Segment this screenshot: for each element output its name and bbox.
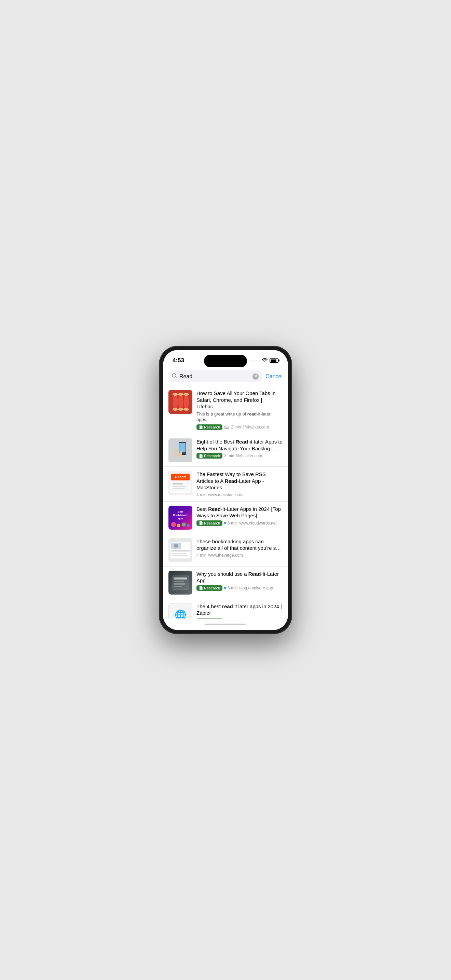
svg-point-27	[171, 522, 176, 527]
list-item[interactable]: Why you should use a Read-It-Later App 📄…	[163, 566, 288, 599]
svg-line-1	[176, 377, 177, 378]
result-thumbnail	[168, 390, 192, 414]
status-icons	[250, 358, 278, 363]
phone-screen: 4:53	[163, 350, 288, 630]
reading-time: 6 min	[227, 521, 237, 525]
list-item[interactable]: How to Save All Your Open Tabs in Safari…	[163, 386, 288, 434]
result-meta: 4 min www.macstories.net	[197, 492, 283, 497]
search-bar-container: ✕ Cancel	[163, 369, 288, 386]
tag-doc-icon: 📄	[199, 586, 203, 590]
search-icon	[172, 373, 177, 380]
tag-label: Research	[204, 521, 220, 525]
svg-rect-22	[173, 488, 184, 489]
results-list: How to Save All Your Open Tabs in Safari…	[163, 386, 288, 619]
svg-point-8	[178, 408, 183, 411]
reading-time: 2 min	[231, 425, 241, 430]
result-meta: 📄 Research 6 min blog.omnivore.app	[197, 585, 283, 591]
result-title: These bookmarking apps can organize all …	[197, 538, 283, 552]
domain: lifehacker.com	[236, 453, 262, 458]
research-tag: 📄 Research	[197, 585, 222, 591]
reading-time: 4 min	[197, 492, 206, 497]
result-meta: 📄 Research 📖 2 min lifehacker.com	[197, 425, 283, 430]
svg-point-6	[178, 395, 183, 409]
tag-doc-icon: 📄	[199, 425, 203, 429]
battery-icon	[270, 358, 278, 363]
result-thumbnail	[168, 571, 192, 595]
result-content: Eight of the Best Read-it-later Apps to …	[197, 438, 283, 458]
svg-rect-20	[173, 483, 183, 485]
svg-text:Read-It-Later: Read-It-Later	[173, 514, 187, 516]
result-content: How to Save All Your Open Tabs in Safari…	[197, 390, 283, 430]
search-input-wrapper[interactable]: ✕	[168, 371, 262, 382]
result-thumbnail	[168, 438, 192, 462]
cancel-button[interactable]: Cancel	[265, 374, 283, 380]
domain: lifehacker.com	[243, 425, 269, 430]
clear-icon: ✕	[254, 374, 257, 378]
list-item[interactable]: Eight of the Best Read-it-later Apps to …	[163, 434, 288, 467]
unread-dot	[224, 522, 226, 524]
svg-point-37	[174, 544, 178, 548]
tag-label: Research	[204, 586, 220, 590]
domain: www.macstories.net	[208, 492, 245, 497]
svg-rect-42	[173, 583, 186, 585]
result-content: Why you should use a Read-It-Later App 📄…	[197, 571, 283, 591]
result-snippet: This is a great write up of read-it-late…	[197, 411, 283, 423]
reading-time: 3 min	[224, 453, 234, 458]
wifi-icon	[262, 358, 268, 363]
svg-text:Best: Best	[178, 511, 183, 513]
result-title: Eight of the Best Read-it-later Apps to …	[197, 438, 283, 452]
reading-time: 4 min	[197, 553, 206, 558]
svg-point-0	[172, 374, 176, 377]
research-tag: 📄 Research	[197, 453, 222, 458]
reading-icon: 📖	[224, 425, 229, 430]
svg-rect-36	[171, 555, 188, 556]
svg-point-28	[177, 524, 180, 527]
result-title: The Fastest Way to Save RSS Articles to …	[197, 471, 283, 491]
clear-button[interactable]: ✕	[252, 374, 259, 380]
svg-text:Reddit: Reddit	[175, 475, 186, 479]
domain: www.theverge.com	[208, 553, 243, 558]
domain: blog.omnivore.app	[239, 585, 273, 590]
result-title: Best Read-It-Later Apps in 2024 [Top Way…	[197, 506, 283, 519]
result-meta: 4 min www.theverge.com	[197, 553, 283, 558]
status-time: 4:53	[173, 357, 184, 364]
result-thumbnail: Best Read-It-Later Apps	[168, 506, 192, 530]
research-tag: 📄 Research	[197, 520, 222, 526]
globe-icon: 🌐	[175, 609, 187, 619]
result-title: Why you should use a Read-It-Later App	[197, 571, 283, 584]
list-item[interactable]: 🌐 The 4 best read it later apps in 2024 …	[163, 599, 288, 619]
list-item[interactable]: Best Read-It-Later Apps Best Read-It-Lat…	[163, 502, 288, 534]
result-content: The Fastest Way to Save RSS Articles to …	[197, 471, 283, 497]
research-tag: 📄 Research	[197, 425, 222, 430]
result-thumbnail: 🌐	[168, 603, 192, 619]
svg-point-29	[182, 522, 186, 527]
tag-doc-icon: 📄	[199, 521, 203, 525]
svg-point-7	[178, 393, 183, 396]
result-title: The 4 best read it later apps in 2024 | …	[197, 603, 283, 616]
svg-rect-21	[173, 486, 186, 487]
svg-rect-34	[171, 550, 190, 552]
tag-doc-icon: 📄	[199, 454, 203, 458]
result-content: These bookmarking apps can organize all …	[197, 538, 283, 558]
phone-frame: 4:53	[159, 346, 292, 634]
list-item[interactable]: These bookmarking apps can organize all …	[163, 534, 288, 566]
result-meta: 📄 Research 3 min lifehacker.com	[197, 453, 283, 458]
svg-point-30	[187, 524, 190, 527]
result-content: Best Read-It-Later Apps in 2024 [Top Way…	[197, 506, 283, 526]
svg-point-10	[183, 393, 189, 396]
signal-icon	[250, 360, 260, 361]
reading-time: 6 min	[227, 585, 237, 590]
unread-dot	[224, 587, 226, 589]
domain: www.cloudwards.net	[239, 521, 276, 525]
svg-point-5	[173, 408, 178, 411]
home-bar	[205, 624, 246, 625]
result-content: The 4 best read it later apps in 2024 | …	[197, 603, 283, 619]
list-item[interactable]: Reddit The Fastest Way to Save RSS Artic…	[163, 467, 288, 502]
tag-label: Research	[204, 425, 220, 429]
search-input[interactable]	[179, 374, 250, 380]
svg-rect-41	[173, 581, 184, 582]
result-thumbnail: Reddit	[168, 471, 192, 495]
result-title: How to Save All Your Open Tabs in Safari…	[197, 390, 283, 410]
svg-text:Apps: Apps	[177, 517, 183, 520]
svg-point-3	[173, 395, 178, 409]
